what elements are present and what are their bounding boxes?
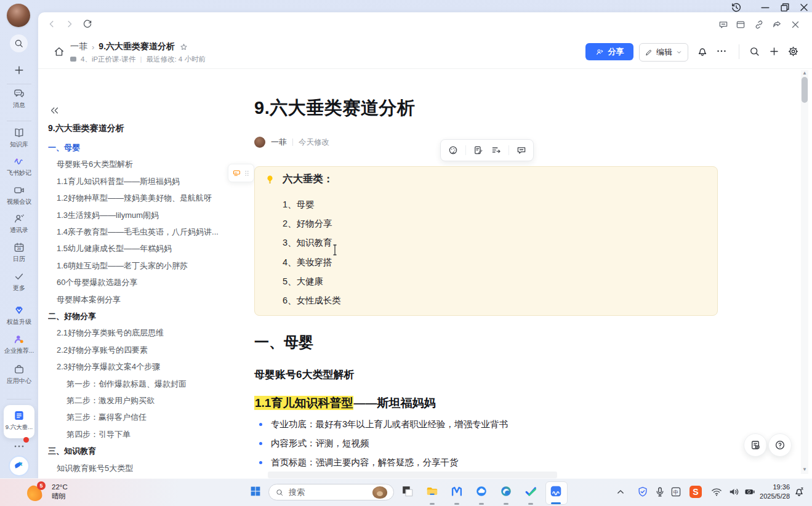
scrollbar-track[interactable] xyxy=(801,70,808,474)
outline-item[interactable]: 1.6萌娃互动型——老丁头家的小胖苏 xyxy=(57,257,188,274)
tray-microphone-icon[interactable] xyxy=(654,486,666,498)
sidebar-item-minutes[interactable]: 飞书妙记 xyxy=(0,155,38,176)
outline-item[interactable]: 第三步：赢得客户信任 xyxy=(66,409,147,425)
outline-item[interactable]: 2.2好物分享账号的四要素 xyxy=(57,342,148,358)
callout-list-item[interactable]: 5、大健康 xyxy=(283,275,323,288)
sidebar-item-appcenter[interactable]: 应用中心 xyxy=(0,363,38,384)
palette-icon[interactable] xyxy=(448,145,459,156)
bullet-item[interactable]: 首页标题：强调主要内容，解答疑惑，分享干货 xyxy=(254,456,459,469)
heading-muying[interactable]: 一、母婴 xyxy=(254,332,313,352)
outline-item[interactable]: 一、母婴 xyxy=(48,139,80,156)
tray-wifi-icon[interactable] xyxy=(710,486,723,498)
taskbar-app-task-view[interactable] xyxy=(401,484,414,498)
taskbar-app-doc-app[interactable] xyxy=(549,484,563,498)
star-icon[interactable] xyxy=(179,42,188,52)
outline-item[interactable]: 二、好物分享 xyxy=(48,308,96,324)
outline-item[interactable]: 三、知识教育 xyxy=(48,443,96,459)
tray-volume-icon[interactable] xyxy=(728,486,740,498)
catalog-button[interactable] xyxy=(744,433,767,457)
list-arrow-icon[interactable] xyxy=(491,145,502,156)
sidebar-item-calendar[interactable]: 20日历 xyxy=(0,241,38,262)
tab-close-icon[interactable] xyxy=(790,19,801,30)
nav-back-icon[interactable] xyxy=(46,18,57,30)
scrollbar-thumb[interactable] xyxy=(802,77,808,103)
outline-item[interactable]: 1.5幼儿健康成长型——年糕妈妈 xyxy=(57,240,172,257)
history-icon[interactable] xyxy=(730,1,742,14)
header-search-icon[interactable] xyxy=(749,46,760,57)
callout-list-item[interactable]: 6、女性成长类 xyxy=(283,294,341,307)
folder-name[interactable]: 4、iP正价课-课件 xyxy=(81,55,135,64)
sidebar-item-chat[interactable]: 消息 xyxy=(0,87,38,108)
home-icon[interactable] xyxy=(53,46,65,58)
breadcrumb-parent[interactable]: 一菲 xyxy=(70,41,87,52)
tray-security-shield-icon[interactable] xyxy=(637,486,649,498)
header-add-icon[interactable] xyxy=(768,46,780,57)
outline-item[interactable]: 第一步：创作爆款标题、爆款封面 xyxy=(66,375,187,392)
share-button[interactable]: 分享 xyxy=(585,43,633,60)
taskbar-app-docs-app[interactable] xyxy=(524,484,537,498)
settings-gear-icon[interactable] xyxy=(787,46,799,57)
sidebar-item-contacts[interactable]: 通讯录 xyxy=(0,212,38,233)
callout-block[interactable]: 六大垂类： 1、母婴2、好物分享3、知识教育4、美妆穿搭5、大健康6、女性成长类 xyxy=(254,166,718,316)
tray-ime-chinese-icon[interactable]: 中 xyxy=(670,486,682,498)
sign-doc-icon[interactable] xyxy=(473,145,484,156)
heading-1-1[interactable]: 1.1育儿知识科普型——斯坦福妈妈 xyxy=(254,395,435,411)
author-avatar[interactable] xyxy=(254,137,265,148)
breadcrumb-title[interactable]: 9.六大垂类赛道分析 xyxy=(98,41,175,52)
taskbar-search[interactable]: 搜索 xyxy=(268,484,394,500)
outline-item[interactable]: 1.2好物种草型——辣妈美美好物、是航航呀 xyxy=(57,190,212,206)
sidebar-item-more[interactable]: 更多 xyxy=(0,270,38,291)
collapse-outline-icon[interactable] xyxy=(49,105,60,116)
nav-forward-icon[interactable] xyxy=(64,18,75,30)
heading-types[interactable]: 母婴账号6大类型解析 xyxy=(254,367,354,382)
notification-bell-icon[interactable] xyxy=(793,486,805,498)
tray-sogou-input-icon[interactable]: S xyxy=(689,486,702,498)
maximize-button[interactable] xyxy=(779,1,791,14)
outline-item[interactable]: 1.4亲子教育型——毛毛虫英语，八斤妈妈讲... xyxy=(57,223,219,240)
close-button[interactable] xyxy=(798,1,810,14)
callout-block-icon[interactable] xyxy=(232,169,241,178)
outline-title[interactable]: 9.六大垂类赛道分析 xyxy=(48,123,220,134)
outline-item[interactable]: 1.1育儿知识科普型——斯坦福妈妈 xyxy=(57,173,180,190)
rail-add-button[interactable] xyxy=(13,64,25,76)
sidebar-item-active-doc[interactable]: 9.六大垂... xyxy=(4,405,34,438)
outline-item[interactable]: 2.1好物分享类账号的底层思维 xyxy=(57,324,164,341)
weather-widget[interactable]: 5 22°C 晴朗 xyxy=(27,481,68,502)
callout-list-item[interactable]: 2、好物分享 xyxy=(283,217,332,230)
tray-tray-expand-icon[interactable] xyxy=(614,486,627,498)
taskbar-app-browser-app[interactable] xyxy=(475,484,488,498)
outline-item[interactable]: 母婴账号6大类型解析 xyxy=(57,156,133,172)
drag-handle-icon[interactable] xyxy=(243,169,251,178)
sidebar-item-referral[interactable]: 企业推荐... xyxy=(0,333,38,354)
author-name[interactable]: 一菲 xyxy=(271,137,287,148)
callout-list-item[interactable]: 1、母婴 xyxy=(283,198,315,211)
more-ellipsis-icon[interactable] xyxy=(715,45,728,57)
scrollbar-down-arrow[interactable]: ▼ xyxy=(802,468,807,472)
sidebar-item-vip[interactable]: 权益升级 xyxy=(0,304,38,325)
comment-icon[interactable] xyxy=(516,145,527,156)
tab-share-arrow-icon[interactable] xyxy=(771,19,782,30)
outline-item[interactable]: 第四步：引导下单 xyxy=(66,426,131,443)
tab-link-icon[interactable] xyxy=(754,19,765,30)
callout-list-item[interactable]: 3、知识教育 xyxy=(283,236,332,249)
outline-item[interactable]: 母婴脚本案例分享 xyxy=(57,291,121,308)
rail-search-button[interactable] xyxy=(10,34,28,52)
outline-item[interactable]: 第二步：激发用户购买欲 xyxy=(66,392,155,409)
taskbar-app-file-explorer[interactable] xyxy=(425,484,439,498)
tab-window-icon[interactable] xyxy=(735,19,746,30)
edit-button[interactable]: 编辑 xyxy=(639,43,688,62)
doc-title[interactable]: 9.六大垂类赛道分析 xyxy=(254,96,415,121)
user-avatar[interactable] xyxy=(7,4,30,27)
outline-item[interactable]: 2.3好物分享爆款文案4个步骤 xyxy=(57,358,160,375)
help-button[interactable] xyxy=(768,433,792,457)
outline-item[interactable]: 1.3生活辣妈——lilymum闹妈 xyxy=(57,207,159,223)
tab-comment-icon[interactable] xyxy=(718,19,729,30)
tray-battery-icon[interactable] xyxy=(744,486,756,498)
callout-list-item[interactable]: 4、美妆穿搭 xyxy=(283,255,332,269)
outline-item[interactable]: 60个母婴爆款选题分享 xyxy=(57,274,137,291)
scrollbar-up-arrow[interactable]: ▲ xyxy=(802,71,807,75)
bell-icon[interactable] xyxy=(696,45,709,57)
outline-item[interactable]: 知识教育账号5大类型 xyxy=(57,460,133,476)
taskbar-clock[interactable]: 19:36 2025/5/28 xyxy=(760,483,790,501)
minimize-button[interactable] xyxy=(759,1,771,14)
